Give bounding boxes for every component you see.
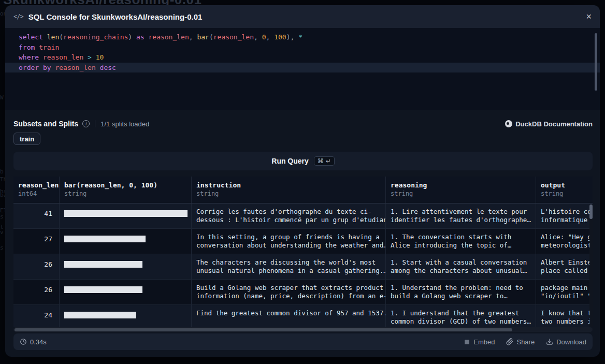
- table-horizontal-scrollbar[interactable]: [13, 327, 593, 332]
- embed-icon: [464, 339, 470, 345]
- download-button[interactable]: Download: [546, 338, 586, 346]
- clock-icon: [20, 338, 27, 345]
- sql-line-2[interactable]: from train: [5, 42, 600, 53]
- column-header-output[interactable]: output string: [536, 177, 593, 203]
- column-header-reason-len[interactable]: reason_len int64: [13, 177, 60, 203]
- bar-chart-cell: [64, 261, 142, 268]
- duckdb-icon: [505, 120, 512, 127]
- duckdb-documentation-link[interactable]: DuckDB Documentation: [505, 120, 593, 128]
- sql-line-1[interactable]: select len(reasoning_chains) as reason_l…: [5, 32, 600, 42]
- footer-actions: Embed Share Download: [464, 338, 586, 346]
- run-query-label: Run Query: [271, 157, 309, 165]
- modal-title: SQL Console for SkunkworksAI/reasoning-0…: [28, 12, 203, 21]
- embed-button[interactable]: Embed: [464, 338, 495, 346]
- sql-line-4-active[interactable]: order by reason_len desc: [5, 63, 600, 73]
- info-icon[interactable]: i: [82, 120, 90, 127]
- column-header-bar[interactable]: bar(reason_len, 0, 100) string: [60, 177, 192, 203]
- column-header-instruction[interactable]: instruction string: [192, 177, 386, 203]
- keyboard-shortcut-badge: ⌘ ↵: [314, 156, 335, 166]
- download-icon: [546, 338, 553, 345]
- table-body: 41 Corrige les fautes d'orthographe du t…: [13, 203, 593, 327]
- bar-chart-cell: [64, 210, 188, 217]
- sql-line-3[interactable]: where reason_len > 10: [5, 52, 600, 63]
- divider: [95, 120, 95, 127]
- split-chip-train[interactable]: train: [13, 133, 40, 145]
- splits-loaded-status: 1/1 splits loaded: [100, 120, 149, 128]
- table-header: reason_len int64 bar(reason_len, 0, 100)…: [13, 177, 593, 203]
- table-row[interactable]: 27 In this setting, a group of friends i…: [13, 229, 593, 254]
- table-row[interactable]: 24 Find the greatest common divisor of 9…: [13, 305, 593, 327]
- duckdb-documentation-label: DuckDB Documentation: [515, 120, 593, 128]
- bar-chart-cell: [64, 286, 142, 293]
- sql-editor[interactable]: select len(reasoning_chains) as reason_l…: [5, 28, 600, 110]
- code-icon: </>: [13, 13, 23, 20]
- subsets-title: Subsets and Splits: [13, 120, 78, 128]
- table-row[interactable]: 26 Build a Golang web scraper that extra…: [13, 280, 593, 305]
- run-query-button[interactable]: Run Query ⌘ ↵: [13, 152, 593, 170]
- bar-chart-cell: [64, 236, 146, 242]
- column-header-reasoning[interactable]: reasoning string: [386, 177, 536, 203]
- table-row[interactable]: 26 The characters are discussing the wor…: [13, 254, 593, 280]
- results-footer: 0.34s Embed Share Download: [13, 333, 593, 350]
- bar-chart-cell: [64, 312, 136, 318]
- table-vertical-scrollbar[interactable]: [589, 205, 593, 327]
- close-icon[interactable]: ×: [586, 12, 592, 21]
- results-table: reason_len int64 bar(reason_len, 0, 100)…: [13, 177, 593, 327]
- editor-scrollbar[interactable]: [595, 33, 597, 91]
- link-icon: [506, 338, 513, 345]
- query-duration: 0.34s: [20, 338, 47, 346]
- modal-header: </> SQL Console for SkunkworksAI/reasoni…: [5, 5, 600, 28]
- table-row[interactable]: 41 Corrige les fautes d'orthographe du t…: [13, 203, 593, 229]
- sql-console-modal: </> SQL Console for SkunkworksAI/reasoni…: [5, 5, 600, 357]
- subsets-row: Subsets and Splits i 1/1 splits loaded D…: [13, 119, 593, 129]
- share-button[interactable]: Share: [506, 338, 535, 346]
- scrollbar-thumb[interactable]: [15, 328, 512, 331]
